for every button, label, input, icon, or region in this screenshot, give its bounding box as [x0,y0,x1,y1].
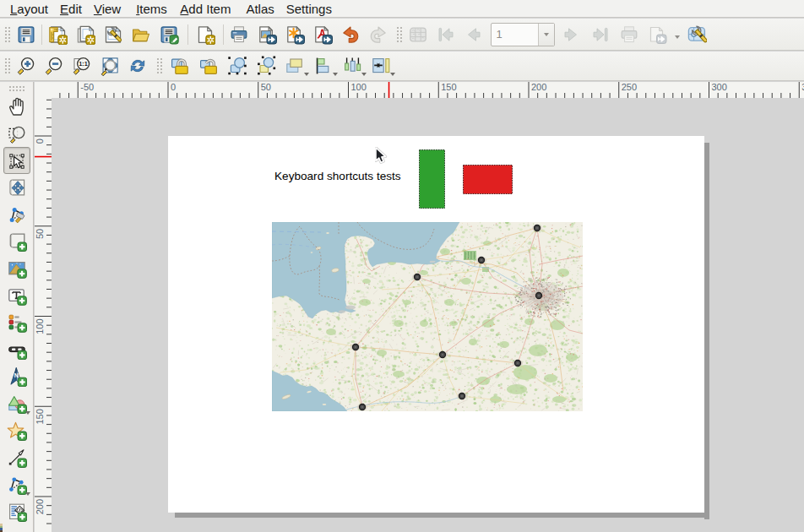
folder-icon [131,24,151,45]
v-ruler-ticks: 050100150200 [35,98,52,532]
atlas-feature-combo[interactable]: 1 [491,23,555,46]
atlas-settings-button[interactable] [683,22,711,47]
label-item[interactable]: Keyboard shortcuts tests [274,170,401,182]
zoom-actual-button[interactable]: 1:1 [68,53,96,79]
group-icon [227,56,247,76]
load-from-template-button[interactable] [128,22,155,47]
add-legend-button[interactable] [3,309,30,336]
save-icon [16,24,36,45]
pan-layout-button[interactable] [3,93,30,120]
lock-selected-items-button[interactable] [166,53,194,79]
lock-icon [170,56,190,76]
layout-canvas[interactable]: Keyboard shortcuts tests [52,98,804,532]
save-as-template-button[interactable] [155,22,183,47]
mouse-cursor [375,147,392,169]
export-svg-icon [285,24,305,45]
print-atlas-button[interactable] [616,22,644,47]
layout-manager-button[interactable] [100,22,128,47]
zoom-in-button[interactable] [13,53,41,79]
zoom-full-button[interactable] [96,53,124,79]
toolbar-drag-handle[interactable] [155,57,163,75]
menu-settings[interactable]: Settings [280,2,338,16]
add-map-button[interactable] [3,228,30,255]
add-legend-icon [7,312,27,333]
resize-items-button[interactable] [367,53,395,79]
zoom-tool-icon [7,123,27,144]
duplicate-layout-button[interactable] [72,22,100,47]
new-layout-button[interactable] [44,22,72,47]
menu-mnemonic: V [94,2,102,16]
ungroup-icon [256,56,276,76]
zoom-tool-button[interactable] [3,120,30,147]
export-as-image-button[interactable] [253,22,280,47]
export-as-pdf-button[interactable] [308,22,336,47]
undo-button[interactable] [336,22,364,47]
toolbar-drag-handle[interactable] [395,25,403,44]
last-feature-button[interactable] [587,22,615,47]
toolbar-drag-handle[interactable] [8,84,26,92]
zoom-out-button[interactable] [41,53,68,79]
toolbar-layout: 1 [0,19,804,51]
ungroup-items-button[interactable] [252,53,280,79]
atlas-combo-dropdown[interactable] [538,24,554,46]
add-node-icon [7,475,27,495]
menu-edit[interactable]: Edit [54,2,88,16]
red-rectangle-item[interactable] [463,165,513,194]
add-arrow-icon [7,448,27,468]
add-arrow-button[interactable] [3,444,30,471]
arrow-first-icon [436,24,456,45]
toolbar-drag-handle[interactable] [3,25,11,44]
add-node-item-button[interactable] [3,471,30,498]
toolbar-drag-handle[interactable] [3,57,11,75]
preview-atlas-button[interactable] [405,22,432,47]
distribute-items-button[interactable] [338,53,367,79]
print-layout-button[interactable] [225,22,253,47]
add-html-button[interactable] [3,498,30,525]
redo-button[interactable] [364,22,392,47]
window-edge-artifact [0,524,3,532]
arrow-prev-icon [464,24,484,45]
align-selected-items-button[interactable] [309,53,338,79]
unlock-icon [198,56,219,76]
green-rectangle-item[interactable] [419,149,445,209]
add-picture-icon [7,258,27,279]
svg-text:0: 0 [35,138,45,144]
menu-mnemonic: E [60,2,68,16]
toolbar-navigation: 1:1 [0,52,804,81]
svg-text:150: 150 [35,409,45,424]
raise-selected-items-button[interactable] [280,53,309,79]
add-north-arrow-button[interactable]: N [3,363,30,390]
export-image-icon [257,24,277,45]
group-items-button[interactable] [223,53,252,79]
menu-layout[interactable]: Layout [4,2,54,16]
menu-atlas[interactable]: Atlas [240,2,280,16]
add-shape-button[interactable] [3,390,30,417]
export-atlas-button[interactable] [644,22,683,47]
add-label-button[interactable] [3,282,30,309]
toolbox: N [0,82,34,532]
arrow-last-icon [590,24,611,45]
edit-nodes-item-button[interactable] [3,201,30,228]
add-picture-button[interactable] [3,255,30,282]
move-item-content-button[interactable] [3,174,30,201]
export-as-svg-button[interactable] [280,22,308,47]
add-marker-button[interactable] [3,417,30,444]
refresh-view-button[interactable] [124,53,152,79]
unlock-all-button[interactable] [194,53,223,79]
add-pages-button[interactable] [192,22,220,47]
first-feature-button[interactable] [432,22,460,47]
map-item[interactable] [272,222,583,411]
toolbar-separator [223,24,224,45]
previous-feature-button[interactable] [460,22,488,47]
select-move-item-button[interactable] [3,147,30,174]
atlas-export-icon [647,24,667,45]
menu-add-item[interactable]: Add Item [174,2,236,16]
atlas-feature-value: 1 [492,28,538,41]
menu-items[interactable]: Items [130,2,173,16]
add-scalebar-button[interactable] [3,336,30,363]
save-project-button[interactable] [13,22,41,47]
menu-view[interactable]: View [88,2,127,16]
next-feature-button[interactable] [557,22,585,47]
svg-text:1:1: 1:1 [79,60,88,68]
add-label-icon [7,285,27,306]
